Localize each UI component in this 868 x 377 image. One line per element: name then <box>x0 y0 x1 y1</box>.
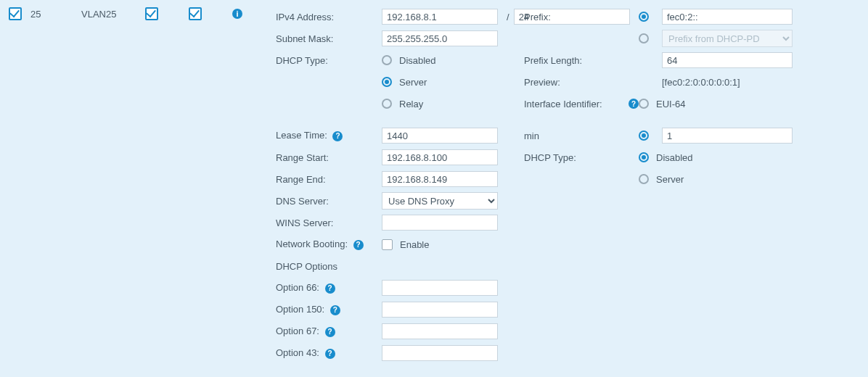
interface-id-label: Interface Identifier: <box>524 99 626 109</box>
wins-server-input[interactable] <box>382 215 498 231</box>
lease-help-icon[interactable]: ? <box>332 131 343 141</box>
option150-help-icon[interactable]: ? <box>330 305 340 315</box>
ipv6-dhcp-type-label: DHCP Type: <box>524 152 636 163</box>
netboot-enable-checkbox[interactable] <box>382 239 393 250</box>
ipv4-address-input[interactable] <box>382 9 498 25</box>
vlan-name: VLAN25 <box>81 9 145 20</box>
ifid-help-icon[interactable]: ? <box>629 99 639 109</box>
option150-label: Option 150: ? <box>276 304 382 315</box>
range-start-input[interactable] <box>382 149 498 165</box>
option66-input[interactable] <box>382 280 498 296</box>
dhcp-server-radio[interactable] <box>382 77 392 87</box>
ipv4-address-label: IPv4 Address: <box>276 12 382 22</box>
eui64-label: EUI-64 <box>656 99 685 109</box>
slash-label: / <box>507 12 509 22</box>
option67-label: Option 67: ? <box>276 326 382 337</box>
option43-help-icon[interactable]: ? <box>325 349 335 359</box>
prefix-pd-select: Prefix from DHCP-PD <box>662 30 793 47</box>
dhcp-disabled-label: Disabled <box>399 55 436 66</box>
vlan-enable-checkbox[interactable] <box>9 7 22 20</box>
ipv6-dhcp-disabled-label: Disabled <box>656 152 693 163</box>
prefix-length-label: Prefix Length: <box>524 55 636 66</box>
info-icon[interactable]: i <box>232 9 242 19</box>
ipv6-dhcp-server-radio[interactable] <box>639 174 649 184</box>
ifid-manual-radio[interactable] <box>639 130 649 141</box>
option66-label: Option 66: ? <box>276 282 382 294</box>
netboot-help-icon[interactable]: ? <box>353 240 364 250</box>
vlan-row: 25 VLAN25 i <box>9 7 242 20</box>
dhcp-disabled-radio[interactable] <box>382 55 392 65</box>
eui64-radio[interactable] <box>639 99 649 109</box>
range-end-label: Range End: <box>276 174 382 185</box>
subnet-mask-label: Subnet Mask: <box>276 33 382 44</box>
vlan-flag1-checkbox[interactable] <box>145 7 158 20</box>
dhcp-relay-radio[interactable] <box>382 99 392 109</box>
option66-help-icon[interactable]: ? <box>325 283 335 294</box>
option67-input[interactable] <box>382 323 498 339</box>
range-end-input[interactable] <box>382 171 498 187</box>
option67-help-icon[interactable]: ? <box>325 327 335 337</box>
option150-input[interactable] <box>382 302 498 318</box>
preview-label: Preview: <box>524 77 636 88</box>
ipv6-dhcp-disabled-radio[interactable] <box>639 152 649 162</box>
lease-time-label: Lease Time: ? <box>276 130 382 141</box>
dhcp-options-header: DHCP Options <box>276 261 382 272</box>
prefix-manual-radio[interactable] <box>639 12 649 22</box>
dhcp-type-label: DHCP Type: <box>276 55 382 66</box>
ipv4-column: IPv4 Address: Subnet Mask: DHCP Type: Di… <box>276 6 523 364</box>
option43-input[interactable] <box>382 345 498 361</box>
wins-server-label: WINS Server: <box>276 218 382 228</box>
prefix-length-input[interactable] <box>662 52 793 68</box>
ipv6-controls: Prefix from DHCP-PD [fec0:2:0:0:0:0:0:1]… <box>639 6 864 190</box>
prefix-pd-radio[interactable] <box>639 33 649 44</box>
ipv6-dhcp-server-label: Server <box>656 174 684 185</box>
prefix-label: Prefix: <box>524 12 636 22</box>
option43-label: Option 43: ? <box>276 347 382 359</box>
lease-time-input[interactable] <box>382 128 498 144</box>
netboot-enable-label: Enable <box>400 239 429 250</box>
vlan-flag2-checkbox[interactable] <box>189 7 202 20</box>
preview-value: [fec0:2:0:0:0:0:0:1] <box>662 77 740 88</box>
dhcp-relay-label: Relay <box>399 99 423 109</box>
dns-server-label: DNS Server: <box>276 196 382 207</box>
ifid-input[interactable] <box>662 128 793 144</box>
dhcp-server-label: Server <box>399 77 427 88</box>
vlan-id: 25 <box>30 9 81 20</box>
network-booting-label: Network Booting: ? <box>276 239 382 250</box>
prefix-input[interactable] <box>662 9 793 25</box>
subnet-mask-input[interactable] <box>382 30 498 46</box>
range-start-label: Range Start: <box>276 152 382 163</box>
dns-server-select[interactable]: Use DNS Proxy <box>382 192 498 210</box>
